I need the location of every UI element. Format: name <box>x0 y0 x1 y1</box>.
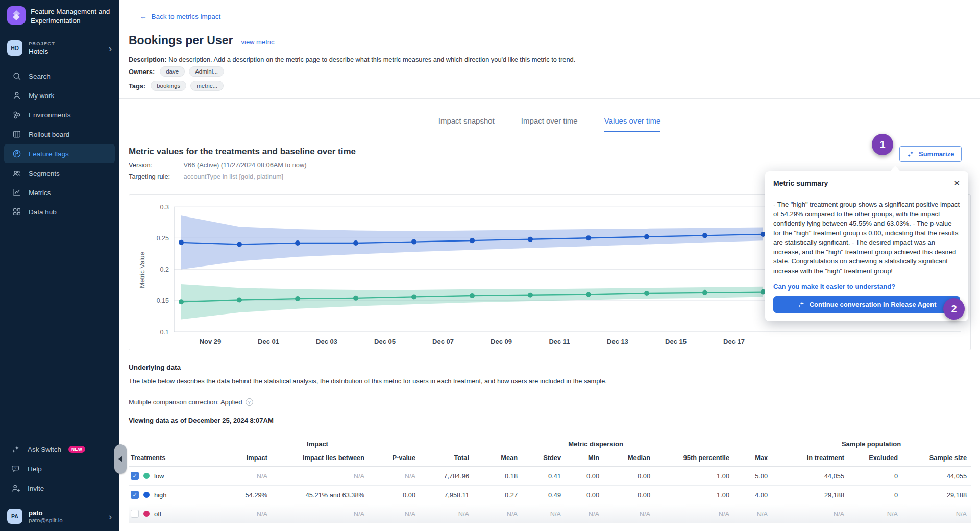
correction-text: Multiple comparison correction: Applied <box>129 398 242 406</box>
sparkles-icon <box>797 301 805 308</box>
sidebar-item-label: Data hub <box>29 208 57 216</box>
table-column-header: Stdev <box>522 451 565 467</box>
table-cell: N/A <box>369 467 420 486</box>
sidebar-item-search[interactable]: Search <box>4 66 115 86</box>
metrics-icon <box>12 188 21 197</box>
table-group-header: Impact <box>215 438 420 451</box>
table-cell: 0.00 <box>369 486 420 504</box>
owners-label: Owners: <box>129 68 155 76</box>
sidebar-collapse-handle[interactable] <box>114 444 127 474</box>
popup-caret <box>890 166 900 176</box>
back-arrow-icon: ← <box>140 13 147 20</box>
app-logo-row[interactable]: Feature Management and Experimentation <box>0 0 119 34</box>
back-link-label: Back to metrics impact <box>152 13 221 20</box>
svg-text:Dec 01: Dec 01 <box>258 337 279 345</box>
owner-chip[interactable]: dave <box>160 66 185 77</box>
table-cell: 29,188 <box>902 486 971 504</box>
table-cell: 0 <box>848 486 902 504</box>
table-cell: 0 <box>848 467 902 486</box>
svg-text:0.25: 0.25 <box>157 235 169 242</box>
invite-icon <box>11 484 20 493</box>
tab-values-over-time[interactable]: Values over time <box>604 116 661 132</box>
flag-icon <box>12 149 21 158</box>
table-cell: N/A <box>603 504 654 523</box>
treatment-checkbox-low[interactable]: ✓ <box>131 472 139 480</box>
sidebar-item-invite[interactable]: Invite <box>0 478 119 498</box>
tab-impact-over-time[interactable]: Impact over time <box>521 116 578 132</box>
svg-text:Dec 11: Dec 11 <box>549 337 570 345</box>
user-menu[interactable]: PA pato pato@split.io › <box>0 502 119 531</box>
tag-chip[interactable]: bookings <box>151 81 186 91</box>
divider <box>765 194 968 194</box>
table-column-header: Sample size <box>902 451 971 467</box>
sidebar-item-feature-flags[interactable]: Feature flags <box>4 144 115 163</box>
sidebar-item-my-work[interactable]: My work <box>4 86 115 105</box>
tag-chip[interactable]: metric... <box>190 81 224 91</box>
sidebar-item-ask-switch[interactable]: Ask SwitchNEW <box>0 440 119 459</box>
sidebar-item-segments[interactable]: Segments <box>4 163 115 183</box>
table-group-header: Metric dispersion <box>420 438 772 451</box>
sidebar-item-data-hub[interactable]: Data hub <box>4 202 115 222</box>
table-column-header: Total <box>420 451 473 467</box>
table-cell: 44,055 <box>902 467 971 486</box>
back-link[interactable]: ← Back to metrics impact <box>140 13 220 20</box>
table-row-off: offN/AN/AN/AN/AN/AN/AN/AN/AN/AN/AN/AN/AN… <box>129 504 971 523</box>
tab-impact-snapshot[interactable]: Impact snapshot <box>438 116 495 132</box>
table-column-header: Impact lies between <box>272 451 369 467</box>
sidebar-item-label: Help <box>28 465 42 473</box>
table-cell: N/A <box>215 467 272 486</box>
svg-text:0.1: 0.1 <box>160 329 169 336</box>
sidebar-item-rollout-board[interactable]: Rollout board <box>4 125 115 144</box>
table-group-header: Sample population <box>772 438 971 451</box>
table-cell: N/A <box>522 504 565 523</box>
owners-row: Owners: daveAdmini... <box>129 66 224 77</box>
sidebar-item-label: Feature flags <box>29 150 69 158</box>
svg-text:Dec 07: Dec 07 <box>432 337 454 345</box>
correction-row: Multiple comparison correction: Applied … <box>129 398 253 406</box>
sidebar-item-label: Metrics <box>29 189 51 197</box>
table-column-header: P-value <box>369 451 420 467</box>
sidebar-item-environments[interactable]: Environments <box>4 105 115 125</box>
version-row: Version: V66 (Active) (11/27/2024 08:06A… <box>129 161 306 169</box>
treatment-checkbox-high[interactable]: ✓ <box>131 491 139 499</box>
table-cell: 0.18 <box>473 467 522 486</box>
svg-text:?: ? <box>14 466 16 470</box>
table-column-header: Mean <box>473 451 522 467</box>
project-switcher[interactable]: HO PROJECT Hotels › <box>0 34 119 62</box>
treatment-checkbox-off[interactable] <box>131 510 139 518</box>
underlying-data-table: ImpactMetric dispersionSample population… <box>129 438 971 523</box>
svg-text:0.15: 0.15 <box>157 297 169 304</box>
tags-label: Tags: <box>129 82 145 90</box>
table-row-high: ✓high54.29%45.21% and 63.38%0.007,958.11… <box>129 486 971 504</box>
chevron-right-icon: › <box>109 43 112 53</box>
table-cell: 54.29% <box>215 486 272 504</box>
followup-question-link[interactable]: Can you make it easier to understand? <box>773 283 960 291</box>
info-icon[interactable]: ? <box>246 398 253 406</box>
table-cell: N/A <box>848 504 902 523</box>
search-icon <box>12 71 21 81</box>
table-cell: N/A <box>272 504 369 523</box>
app-title: Feature Management and Experimentation <box>31 7 112 25</box>
close-icon[interactable]: ✕ <box>953 179 960 188</box>
sidebar-item-label: Invite <box>28 485 44 492</box>
continue-conversation-button[interactable]: Continue conversation in Release Agent <box>773 296 960 313</box>
help-icon: ? <box>11 464 20 473</box>
user-email: pato@split.io <box>29 517 63 523</box>
sidebar-item-help[interactable]: ?Help <box>0 459 119 478</box>
view-metric-link[interactable]: view metric <box>241 38 275 46</box>
svg-text:Dec 13: Dec 13 <box>607 337 628 345</box>
summarize-button[interactable]: Summarize <box>899 146 962 162</box>
sparkles-icon <box>907 150 915 158</box>
sidebar-item-metrics[interactable]: Metrics <box>4 183 115 202</box>
table-cell: 29,188 <box>772 486 848 504</box>
table-column-header: Excluded <box>848 451 902 467</box>
table-cell: 0.00 <box>565 486 603 504</box>
table-column-header: Impact <box>215 451 272 467</box>
treatment-color-dot <box>143 511 150 517</box>
version-value: V66 (Active) (11/27/2024 08:06AM to now) <box>184 161 307 169</box>
title-row: Bookings per User view metric <box>129 34 275 47</box>
description-text: No description. Add a description on the… <box>168 56 575 63</box>
svg-text:Dec 17: Dec 17 <box>723 337 745 345</box>
owner-chip[interactable]: Admini... <box>189 66 224 77</box>
table-cell: 45.21% and 63.38% <box>272 486 369 504</box>
